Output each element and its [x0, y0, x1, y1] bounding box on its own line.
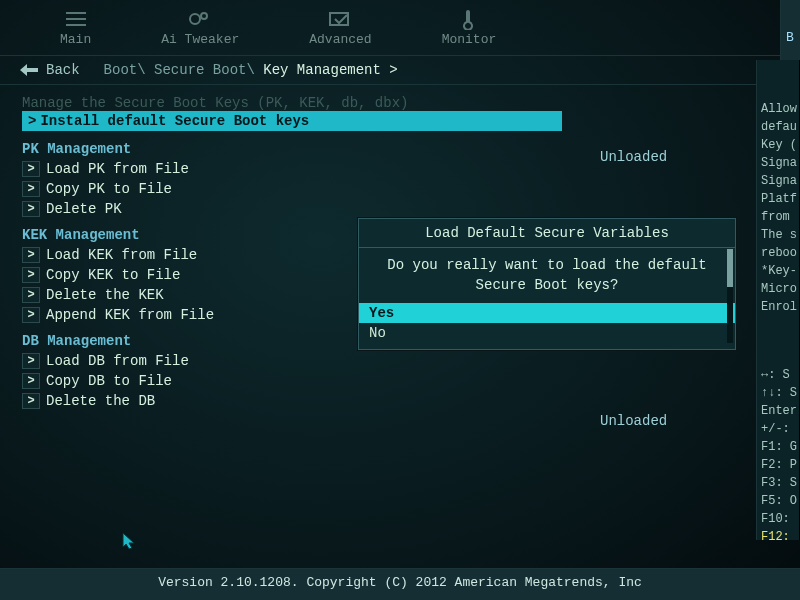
item-delete-kek-label: Delete the KEK [46, 287, 164, 303]
breadcrumb-row: Back Boot\ Secure Boot\ Key Management > [0, 56, 800, 85]
back-arrow-icon [20, 64, 38, 76]
top-tab-bar: Main Ai Tweaker Advanced Monitor [0, 0, 800, 56]
help-shortcut: F10: [761, 510, 795, 528]
dialog-message-line: Secure Boot keys? [371, 276, 723, 296]
item-copy-db[interactable]: > Copy DB to File [22, 373, 800, 389]
chevron-right-icon: > [22, 247, 40, 263]
item-delete-db-label: Delete the DB [46, 393, 155, 409]
help-shortcut: +/-: [761, 420, 795, 438]
item-load-pk-label: Load PK from File [46, 161, 189, 177]
pk-status: Unloaded [600, 149, 667, 165]
help-shortcut: ↔: S [761, 366, 795, 384]
manage-heading: Manage the Secure Boot Keys (PK, KEK, db… [22, 95, 800, 111]
help-panel: Allow defau Key ( Signa Signa Platf from… [756, 60, 800, 540]
thermometer-icon [456, 8, 482, 30]
item-delete-pk-label: Delete PK [46, 201, 122, 217]
help-line: reboo [761, 244, 795, 262]
chevron-right-icon: > [22, 201, 40, 217]
scrollbar-thumb[interactable] [727, 249, 733, 287]
help-shortcut: Enter [761, 402, 795, 420]
advanced-icon [327, 8, 353, 30]
help-line: The s [761, 226, 795, 244]
help-line: Enrol [761, 298, 795, 316]
chevron-right-icon: > [22, 373, 40, 389]
item-load-pk[interactable]: > Load PK from File [22, 161, 800, 177]
item-copy-pk[interactable]: > Copy PK to File [22, 181, 800, 197]
item-load-db-label: Load DB from File [46, 353, 189, 369]
chevron-right-icon: > [22, 393, 40, 409]
help-shortcut: F3: S [761, 474, 795, 492]
chevron-right-icon: > [22, 307, 40, 323]
tab-main[interactable]: Main [60, 8, 91, 55]
item-copy-kek-label: Copy KEK to File [46, 267, 180, 283]
pk-section-header: PK Management [22, 141, 800, 157]
item-copy-pk-label: Copy PK to File [46, 181, 172, 197]
help-line: Micro [761, 280, 795, 298]
help-line: Signa [761, 172, 795, 190]
help-line: Signa [761, 154, 795, 172]
item-load-db[interactable]: > Load DB from File [22, 353, 800, 369]
dialog-message-line: Do you really want to load the default [371, 256, 723, 276]
footer-version: Version 2.10.1208. Copyright (C) 2012 Am… [0, 568, 800, 600]
svg-point-1 [201, 13, 207, 19]
help-shortcut: F12: [761, 528, 795, 540]
tab-extra-label: B [786, 30, 794, 45]
help-line: *Key- [761, 262, 795, 280]
dialog-message: Do you really want to load the default S… [359, 248, 735, 303]
tab-main-label: Main [60, 32, 91, 47]
tab-overflow[interactable]: B [780, 0, 800, 60]
crumb-active: Key Management [263, 62, 381, 78]
menu-icon [63, 8, 89, 30]
chevron-right-icon: > [22, 161, 40, 177]
tab-advanced-label: Advanced [309, 32, 371, 47]
help-line: Key ( [761, 136, 795, 154]
mouse-cursor-icon [122, 532, 136, 550]
tweaker-icon [187, 8, 213, 30]
tab-tweaker-label: Ai Tweaker [161, 32, 239, 47]
help-shortcut: ↑↓: S [761, 384, 795, 402]
help-line: from [761, 208, 795, 226]
help-line: Platf [761, 190, 795, 208]
item-delete-db[interactable]: > Delete the DB [22, 393, 800, 409]
tab-monitor[interactable]: Monitor [442, 8, 497, 55]
chevron-right-icon: > [22, 181, 40, 197]
item-delete-pk[interactable]: > Delete PK [22, 201, 800, 217]
item-append-kek-label: Append KEK from File [46, 307, 214, 323]
svg-point-0 [190, 14, 200, 24]
item-copy-db-label: Copy DB to File [46, 373, 172, 389]
dialog-yes-button[interactable]: Yes [359, 303, 735, 323]
help-shortcut: F1: G [761, 438, 795, 456]
chevron-right-icon: > [22, 287, 40, 303]
confirm-dialog: Load Default Secure Variables Do you rea… [358, 218, 736, 350]
chevron-right-icon: > [22, 267, 40, 283]
chevron-right-icon: > [22, 353, 40, 369]
dialog-no-button[interactable]: No [359, 323, 735, 349]
crumb-arrow: > [389, 62, 397, 78]
back-button[interactable]: Back [20, 62, 80, 78]
install-default-keys[interactable]: >Install default Secure Boot keys [22, 111, 562, 131]
help-shortcut: F5: O [761, 492, 795, 510]
tab-monitor-label: Monitor [442, 32, 497, 47]
scrollbar[interactable] [727, 249, 733, 343]
dialog-title: Load Default Secure Variables [359, 219, 735, 248]
install-default-label: Install default Secure Boot keys [40, 113, 309, 129]
db-status: Unloaded [600, 413, 667, 429]
chevron-right-icon: > [28, 113, 36, 129]
crumb-secure: Secure Boot\ [154, 62, 255, 78]
tab-advanced[interactable]: Advanced [309, 8, 371, 55]
crumb-boot: Boot\ [104, 62, 146, 78]
tab-ai-tweaker[interactable]: Ai Tweaker [161, 8, 239, 55]
breadcrumb: Boot\ Secure Boot\ Key Management > [104, 62, 398, 78]
help-shortcut: F2: P [761, 456, 795, 474]
back-label: Back [46, 62, 80, 78]
help-line: defau [761, 118, 795, 136]
item-load-kek-label: Load KEK from File [46, 247, 197, 263]
help-line: Allow [761, 100, 795, 118]
